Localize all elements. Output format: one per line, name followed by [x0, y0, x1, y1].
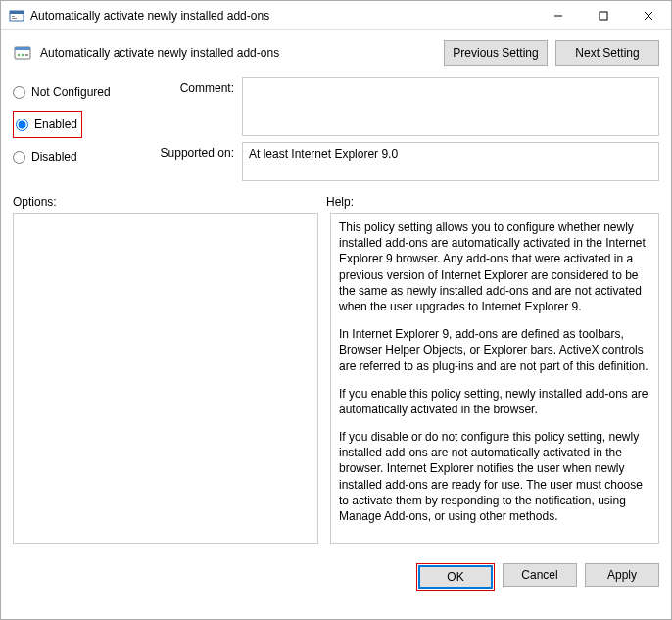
options-label: Options:: [13, 195, 326, 209]
svg-point-10: [18, 54, 20, 56]
supported-on-value: At least Internet Explorer 9.0: [242, 142, 659, 181]
supported-on-label: Supported on:: [150, 142, 234, 160]
svg-rect-5: [600, 12, 607, 20]
comment-label: Comment:: [150, 77, 234, 95]
apply-button[interactable]: Apply: [585, 563, 659, 587]
policy-icon: [13, 43, 32, 63]
svg-point-11: [22, 54, 24, 56]
titlebar: Automatically activate newly installed a…: [1, 1, 671, 30]
maximize-button[interactable]: [581, 1, 626, 30]
comment-textarea[interactable]: [242, 77, 659, 136]
dialog-footer: OK Cancel Apply: [1, 553, 671, 600]
radio-enabled[interactable]: Enabled: [16, 114, 77, 135]
help-paragraph: If you enable this policy setting, newly…: [339, 386, 650, 417]
help-paragraph: If you disable or do not configure this …: [339, 429, 650, 524]
radio-disabled-input[interactable]: [13, 151, 25, 164]
minimize-button[interactable]: [536, 1, 581, 30]
ok-button[interactable]: OK: [418, 565, 493, 589]
svg-rect-3: [12, 18, 17, 19]
svg-rect-2: [12, 16, 15, 17]
enabled-highlight: Enabled: [13, 111, 82, 138]
help-paragraph: This policy setting allows you to config…: [339, 219, 650, 314]
help-panel: This policy setting allows you to config…: [330, 213, 659, 544]
help-label: Help:: [326, 195, 354, 209]
radio-enabled-label: Enabled: [34, 118, 77, 131]
svg-rect-12: [25, 54, 28, 56]
close-button[interactable]: [626, 1, 671, 30]
options-panel: [13, 213, 318, 544]
radio-disabled[interactable]: Disabled: [13, 146, 140, 167]
previous-setting-button[interactable]: Previous Setting: [444, 40, 548, 66]
state-radio-group: Not Configured Enabled Disabled: [13, 77, 140, 187]
radio-disabled-label: Disabled: [31, 150, 77, 164]
radio-not-configured-input[interactable]: [13, 86, 25, 99]
ok-highlight: OK: [416, 563, 495, 591]
radio-not-configured[interactable]: Not Configured: [13, 81, 140, 103]
svg-rect-9: [15, 47, 30, 50]
radio-not-configured-label: Not Configured: [31, 85, 111, 99]
help-paragraph: In Internet Explorer 9, add-ons are defi…: [339, 326, 650, 374]
gpo-editor-icon: [9, 8, 24, 24]
window-title: Automatically activate newly installed a…: [30, 9, 536, 23]
next-setting-button[interactable]: Next Setting: [555, 40, 659, 66]
policy-title: Automatically activate newly installed a…: [40, 46, 436, 60]
radio-enabled-input[interactable]: [16, 119, 28, 131]
svg-rect-1: [10, 11, 24, 14]
cancel-button[interactable]: Cancel: [503, 563, 577, 587]
